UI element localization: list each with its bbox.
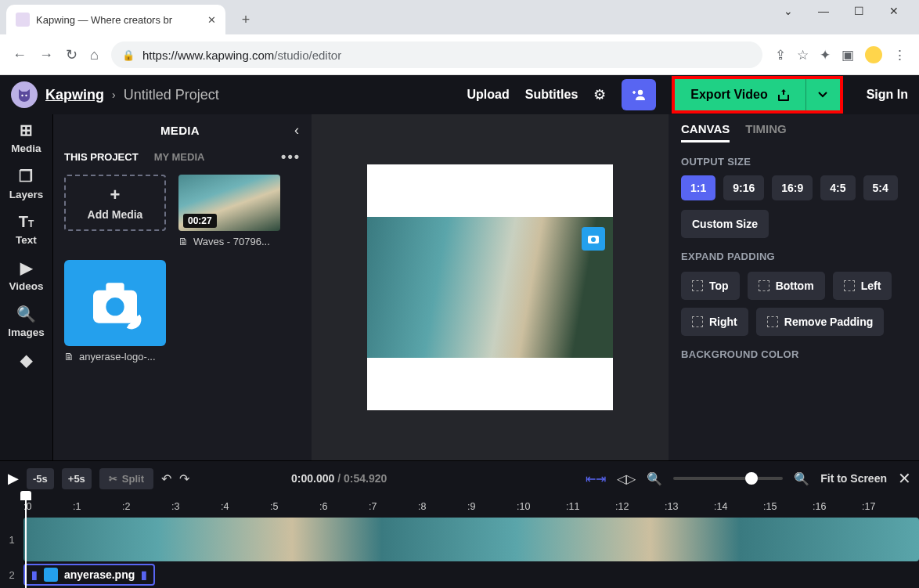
add-media-button[interactable]: + Add Media	[64, 175, 166, 231]
new-tab-button[interactable]: +	[235, 9, 257, 31]
puzzle-icon[interactable]: ✦	[820, 47, 831, 63]
export-button[interactable]: Export Video	[675, 79, 805, 110]
pad-icon	[692, 316, 703, 327]
export-label: Export Video	[690, 88, 767, 102]
tab-timing[interactable]: TIMING	[745, 122, 787, 142]
clip-name: anyerase-logo-...	[79, 351, 156, 363]
gear-icon[interactable]: ⚙	[593, 86, 606, 103]
video-clip[interactable]	[23, 518, 919, 561]
layers-icon: ❐	[19, 167, 33, 186]
rail-videos[interactable]: ▶ Videos	[9, 258, 43, 292]
chevron-down-icon[interactable]: ⌄	[784, 5, 793, 17]
rail-layers[interactable]: ❐ Layers	[9, 167, 44, 200]
tab-my-media[interactable]: MY MEDIA	[154, 151, 205, 163]
rail-elements[interactable]: ◆	[20, 351, 32, 370]
breadcrumb-chevron: ›	[112, 88, 116, 101]
clip-name: Waves - 70796...	[193, 236, 270, 247]
canvas-area[interactable]	[312, 114, 669, 460]
close-tab-icon[interactable]: ✕	[207, 14, 216, 26]
brand-link[interactable]: Kapwing	[45, 87, 104, 103]
url-domain: www.kapwing.com	[178, 49, 274, 62]
remove-padding[interactable]: Remove Padding	[756, 308, 885, 336]
redo-icon[interactable]: ↷	[179, 471, 189, 486]
trim-icon[interactable]: ◁▷	[617, 471, 636, 486]
size-16-9[interactable]: 16:9	[772, 175, 813, 200]
pad-left[interactable]: Left	[833, 272, 892, 300]
add-user-button[interactable]	[622, 79, 656, 110]
project-name[interactable]: Untitled Project	[124, 87, 219, 103]
camera-icon	[88, 276, 142, 330]
export-dropdown[interactable]	[805, 79, 840, 110]
forward-icon[interactable]: →	[39, 47, 53, 63]
clip-label: anyerase.png	[64, 568, 135, 581]
seek-back-button[interactable]: -5s	[27, 468, 54, 489]
timeline: ▶ -5s +5s ✂Split ↶ ↷ 0:00.000 / 0:54.920…	[0, 460, 919, 588]
clip-handle-left[interactable]: ▮	[31, 568, 38, 581]
reload-icon[interactable]: ↻	[66, 46, 77, 63]
export-icon	[777, 88, 790, 101]
upload-button[interactable]: Upload	[467, 88, 510, 102]
pad-top[interactable]: Top	[681, 272, 740, 300]
size-5-4[interactable]: 5:4	[863, 175, 898, 200]
close-timeline-icon[interactable]: ✕	[898, 469, 911, 488]
undo-icon[interactable]: ↶	[161, 471, 171, 486]
star-icon[interactable]: ☆	[797, 47, 809, 63]
url-field[interactable]: 🔒 https://www.kapwing.com/studio/editor	[111, 41, 762, 68]
split-button[interactable]: ✂Split	[99, 468, 153, 489]
custom-size-button[interactable]: Custom Size	[681, 210, 769, 238]
collapse-icon[interactable]: ‹	[294, 122, 299, 139]
size-4-5[interactable]: 4:5	[820, 175, 855, 200]
home-icon[interactable]: ⌂	[90, 47, 99, 63]
browser-tab[interactable]: Kapwing — Where creators br ✕	[6, 5, 225, 34]
back-icon[interactable]: ←	[13, 47, 27, 63]
text-icon: TT	[19, 213, 34, 231]
clip-handle-right[interactable]: ▮	[141, 568, 147, 581]
tracks-wrap: :0:1:2:3:4:5:6:7:8:9:10:11:12:13:14:15:1…	[0, 496, 919, 588]
nav-buttons: ← → ↻ ⌂	[13, 46, 99, 63]
size-1-1[interactable]: 1:1	[681, 175, 715, 200]
image-clip[interactable]: ▮ anyerase.png ▮	[23, 564, 155, 586]
snap-icon[interactable]: ⇤⇥	[586, 471, 606, 486]
seek-forward-button[interactable]: +5s	[62, 468, 92, 489]
media-clip-anyerase[interactable]: 🗎 anyerase-logo-...	[64, 260, 166, 363]
camera-icon	[586, 232, 600, 246]
kebab-icon[interactable]: ⋮	[893, 47, 906, 63]
export-highlight: Export Video	[672, 76, 842, 114]
rail-images[interactable]: 🔍 Images	[8, 305, 45, 338]
minimize-icon[interactable]: —	[818, 5, 829, 17]
playhead[interactable]	[25, 496, 27, 588]
maximize-icon[interactable]: ☐	[854, 5, 864, 17]
zoom-in-icon[interactable]: 🔍	[794, 471, 809, 486]
time-ruler[interactable]: :0:1:2:3:4:5:6:7:8:9:10:11:12:13:14:15:1…	[0, 496, 919, 518]
panel-icon[interactable]: ▣	[842, 47, 854, 63]
zoom-slider[interactable]	[673, 477, 783, 480]
close-window-icon[interactable]: ✕	[889, 5, 899, 17]
plus-icon: +	[110, 185, 121, 205]
size-9-16[interactable]: 9:16	[723, 175, 764, 200]
rail-media[interactable]: ⊞ Media	[11, 121, 41, 154]
app: Kapwing › Untitled Project Upload Subtit…	[0, 75, 919, 588]
overlay-image[interactable]	[582, 227, 605, 251]
extension-badge[interactable]	[865, 46, 882, 63]
signin-button[interactable]: Sign In	[867, 88, 908, 102]
more-menu-icon[interactable]: •••	[281, 149, 301, 165]
rail-text[interactable]: TT Text	[16, 213, 37, 246]
pad-icon	[767, 316, 778, 327]
media-clip-waves[interactable]: 00:27 🗎 Waves - 70796...	[178, 175, 280, 247]
tab-canvas[interactable]: CANVAS	[681, 122, 730, 142]
brand-logo[interactable]	[11, 81, 38, 108]
share-icon[interactable]: ⇪	[775, 47, 786, 63]
rail-label: Media	[11, 142, 41, 154]
subtitles-button[interactable]: Subtitles	[525, 88, 578, 102]
pad-right[interactable]: Right	[681, 308, 748, 336]
slider-thumb[interactable]	[745, 472, 758, 485]
canvas[interactable]	[367, 164, 613, 410]
track-lane[interactable]: ▮ anyerase.png ▮	[23, 564, 155, 586]
play-button[interactable]: ▶	[8, 470, 19, 487]
fit-screen-button[interactable]: Fit to Screen	[820, 472, 887, 485]
app-header: Kapwing › Untitled Project Upload Subtit…	[0, 75, 919, 114]
svg-point-1	[25, 95, 27, 96]
pad-bottom[interactable]: Bottom	[748, 272, 825, 300]
tab-this-project[interactable]: THIS PROJECT	[64, 151, 139, 163]
zoom-out-icon[interactable]: 🔍	[647, 471, 662, 486]
